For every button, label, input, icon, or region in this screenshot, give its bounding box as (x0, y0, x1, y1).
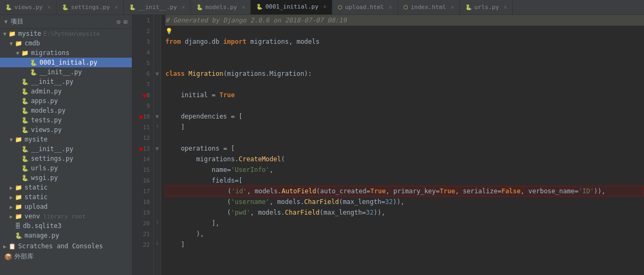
tab-settings[interactable]: 🐍 settings.py × (57, 0, 124, 14)
tree-item-migrations[interactable]: ▼ 📁 migrations (0, 48, 132, 58)
code-content: 'ID' (578, 187, 594, 195)
tree-item-upload[interactable]: ▶ 📁 upload (0, 202, 132, 211)
folder-icon: 📁 (15, 213, 22, 220)
line-num-3: 3 (132, 36, 153, 47)
gutter-3 (154, 36, 161, 47)
code-content (165, 177, 212, 184)
close-icon[interactable]: × (242, 4, 245, 10)
close-icon[interactable]: × (323, 4, 327, 10)
tree-item-label: urls.py (31, 164, 58, 172)
tree-item-wsgi[interactable]: 🐍 wsgi.py (0, 173, 132, 183)
line-num-18: 18 (132, 197, 153, 207)
tree-item-db[interactable]: 🗄 db.sqlite3 (0, 221, 132, 231)
code-content (216, 91, 219, 99)
line-num-17: 17 (132, 186, 153, 197)
tree-item-apps[interactable]: 🐍 apps.py (0, 96, 132, 106)
tree-item-templates[interactable]: ▶ 📁 static (0, 192, 132, 202)
py-file-icon: 🐍 (15, 232, 22, 239)
tree-item-urls[interactable]: 🐍 urls.py (0, 163, 132, 173)
tree-item-manage[interactable]: 🐍 manage.py (0, 231, 132, 240)
tree-item-label: manage.py (25, 232, 59, 239)
code-content: = (381, 198, 385, 206)
line-num-22: 22 (132, 239, 153, 250)
db-file-icon: 🗄 (15, 223, 21, 230)
tree-item-models[interactable]: 🐍 models.py (0, 106, 132, 115)
code-content: CharField (285, 209, 320, 216)
code-content: )), (393, 198, 404, 206)
line-num-10: ●10 (132, 111, 153, 122)
line-num-21: 21 (132, 229, 153, 239)
tree-item-settings[interactable]: 🐍 settings.py (0, 154, 132, 163)
tree-item-root[interactable]: ▼ 📁 mysite E:\Python\mysite (0, 29, 132, 38)
close-icon[interactable]: × (389, 4, 392, 10)
tree-item-views-cmdb[interactable]: 🐍 views.py (0, 125, 132, 135)
code-content: ] (165, 123, 185, 131)
tree-item-init-cmdb[interactable]: 🐍 __init__.py (0, 77, 132, 87)
code-content: , (521, 187, 528, 195)
settings-icon[interactable]: ⚙ (117, 18, 121, 26)
gutter-21 (154, 229, 161, 239)
py-icon: 🐍 (129, 4, 136, 10)
tree-item-label: settings.py (31, 155, 73, 162)
tree-item-label: upload (25, 203, 47, 210)
code-line-14: migrations.CreateModel( (165, 154, 644, 164)
close-icon[interactable]: × (115, 4, 118, 10)
tree-item-admin[interactable]: 🐍 admin.py (0, 87, 132, 96)
toggle-icon: ▶ (9, 185, 14, 191)
tree-item-0001initial[interactable]: 🐍 0001_initial.py (0, 58, 132, 67)
tab-initial[interactable]: 🐍 0001_initial.py × (251, 0, 332, 14)
tree-item-label: db.sqlite3 (23, 222, 61, 230)
tab-models[interactable]: 🐍 models.py × (191, 0, 251, 14)
gutter-12 (154, 132, 161, 143)
line-num-11: 11 (132, 122, 153, 132)
toggle-icon: ▼ (9, 137, 14, 143)
gutter-20: └ (154, 218, 161, 229)
tab-views[interactable]: 🐍 views.py × (0, 0, 57, 14)
code-content: = (212, 91, 216, 99)
close-icon[interactable]: × (47, 4, 51, 10)
code-line-12 (165, 132, 644, 143)
toggle-icon: ▼ (15, 50, 20, 56)
gutter-7 (154, 79, 161, 90)
tree-item-label: cmdb (25, 40, 40, 47)
tree-item-cmdb[interactable]: ▼ 📁 cmdb (0, 38, 132, 48)
close-icon[interactable]: × (182, 4, 185, 10)
code-content: = (497, 187, 501, 195)
tree-item-init-mysite[interactable]: 🐍 __init__.py (0, 144, 132, 154)
layout-icon[interactable]: ⊞ (124, 18, 128, 26)
line-numbers: 1 2 3 4 5 6 7 ●8 9 ●10 11 12 ●13 14 15 1… (132, 15, 154, 275)
scratches-icon: 📋 (9, 243, 16, 250)
tab-bar: 🐍 views.py × 🐍 settings.py × 🐍 __init__.… (0, 0, 644, 15)
code-content: primary_key (393, 187, 435, 195)
tab-label: index.html (411, 4, 446, 11)
tab-init[interactable]: 🐍 __init__.py × (124, 0, 191, 14)
code-content: ( (166, 187, 232, 195)
tree-item-scratches[interactable]: ▶ 📋 Scratches and Consoles (0, 241, 132, 251)
code-content: 'UserInfo' (231, 166, 269, 174)
code-line-7 (165, 79, 644, 90)
tree-item-init-migrations[interactable]: 🐍 __init__.py (0, 67, 132, 77)
sidebar-header-icons: ⚙ ⊞ (117, 18, 128, 26)
py-file-icon: 🐍 (21, 78, 29, 85)
tree-item-tests[interactable]: 🐍 tests.py (0, 115, 132, 125)
code-lines: # Generated by Django 2.0.6 on 2018-07-0… (161, 15, 644, 275)
code-line-4 (165, 47, 644, 58)
tree-item-mysite-inner[interactable]: ▼ 📁 mysite (0, 135, 132, 144)
py-file-icon: 🐍 (21, 127, 29, 133)
line-num-5: 5 (132, 58, 153, 68)
close-icon[interactable]: × (451, 4, 454, 10)
py-icon: 🐍 (256, 4, 263, 10)
external-section[interactable]: 📦 外部库 (0, 251, 132, 262)
close-icon[interactable]: × (504, 4, 507, 10)
tree-item-static[interactable]: ▶ 📁 static (0, 183, 132, 192)
tab-index[interactable]: ⬡ index.html × (398, 0, 460, 14)
tree-item-venv[interactable]: ▶ 📁 venv library root (0, 211, 132, 221)
py-file-icon: 🐍 (21, 98, 29, 105)
code-container[interactable]: 1 2 3 4 5 6 7 ●8 9 ●10 11 12 ●13 14 15 1… (132, 15, 644, 275)
tree-item-label: __init__.py (39, 68, 82, 76)
code-content: import (223, 38, 246, 45)
code-content: (migrations.Migration): (223, 70, 312, 77)
tab-urls[interactable]: 🐍 urls.py × (460, 0, 513, 14)
tab-upload[interactable]: ⬡ upload.html × (332, 0, 398, 14)
folder-icon: 📁 (15, 203, 22, 210)
